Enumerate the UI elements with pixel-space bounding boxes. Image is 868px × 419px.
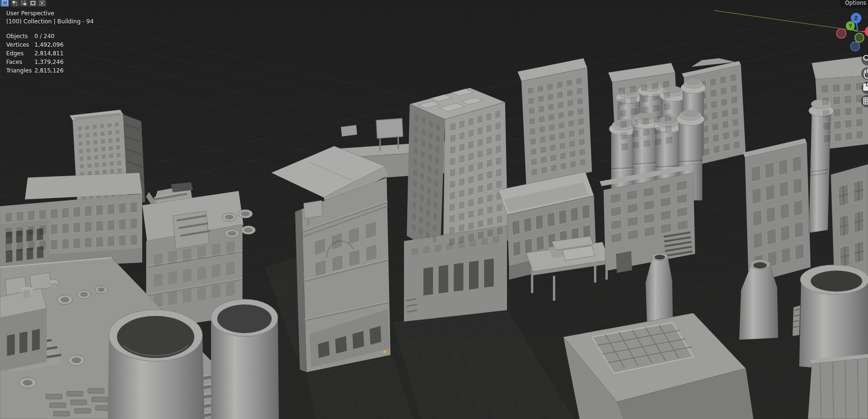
- object-origin-dot: [383, 350, 386, 353]
- gizmo-y-label: Y: [848, 23, 852, 29]
- building-center-skyscraper[interactable]: [404, 88, 508, 322]
- camera-view-icon: [863, 83, 868, 91]
- select-extend-icon: [12, 1, 17, 5]
- gizmo-axis-neg-x[interactable]: [836, 29, 846, 38]
- select-set-icon: [2, 0, 8, 5]
- view-name: User Perspective: [6, 10, 94, 18]
- select-mode-toolbar: [0, 0, 46, 7]
- select-subtract-button[interactable]: [20, 0, 28, 7]
- select-extend-button[interactable]: [11, 0, 19, 7]
- stat-edges: Edges2,814,811: [6, 49, 94, 58]
- stat-faces: Faces1,379,246: [6, 58, 94, 66]
- foreground-tank-large[interactable]: [108, 310, 204, 419]
- select-intersect-button[interactable]: [38, 0, 46, 7]
- select-invert-button[interactable]: [29, 0, 37, 7]
- gizmo-axis-neg-y[interactable]: [855, 33, 864, 42]
- gizmo-axis-neg-z[interactable]: [851, 42, 860, 51]
- viewport-canvas[interactable]: Z Y: [0, 0, 868, 419]
- select-intersect-icon: [40, 1, 44, 5]
- viewport-stats-overlay: User Perspective (100) Collection | Buil…: [6, 10, 94, 75]
- foreground-right-container[interactable]: [808, 354, 868, 419]
- roof-skylight-box: [173, 211, 210, 249]
- blender-3d-viewport[interactable]: Z Y: [0, 0, 868, 419]
- stat-vertices: Vertices1,492,096: [6, 41, 94, 49]
- stat-triangles: Triangles2,815,126: [6, 66, 94, 75]
- stat-objects: Objects0 / 240: [6, 32, 94, 41]
- select-invert-icon: [31, 1, 35, 5]
- select-set-button[interactable]: [0, 0, 9, 7]
- foreground-tank-small[interactable]: [211, 299, 279, 419]
- building-industrial-chimneys[interactable]: [600, 63, 706, 273]
- gizmo-z-label: Z: [854, 15, 858, 21]
- select-subtract-icon: [21, 1, 26, 5]
- building-tower-2[interactable]: [518, 58, 592, 185]
- options-button[interactable]: Options: [840, 0, 868, 8]
- collection-info: (100) Collection | Building - 94: [6, 18, 94, 26]
